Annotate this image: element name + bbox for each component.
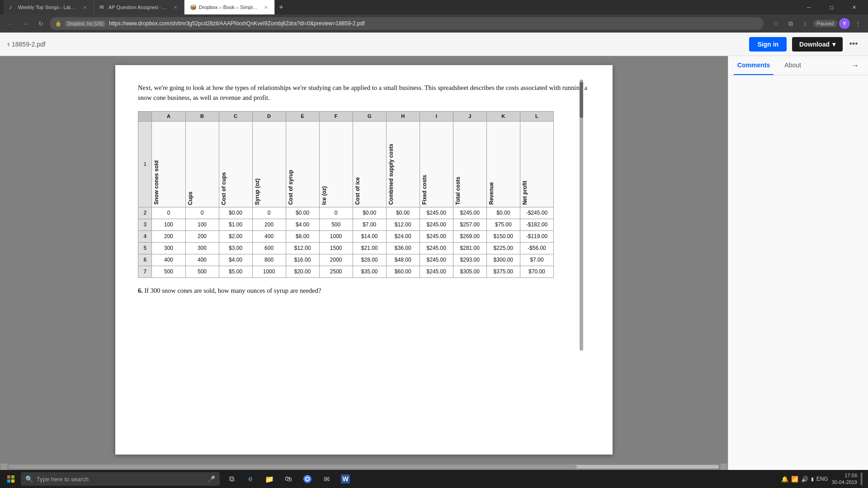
new-tab-button[interactable]: + xyxy=(275,1,288,14)
sign-in-button[interactable]: Sign in xyxy=(749,37,787,52)
tab-comments[interactable]: Comments xyxy=(734,56,774,75)
sync-icon[interactable]: ↕ xyxy=(799,17,811,30)
col-header-b: B xyxy=(185,111,219,121)
task-view-button[interactable]: ⧉ xyxy=(222,470,241,488)
col-header-f: F xyxy=(319,111,353,121)
microphone-icon[interactable]: 🎤 xyxy=(208,475,215,483)
profile-avatar[interactable]: Y xyxy=(839,18,850,29)
cell-4-e: $8.00 xyxy=(286,230,319,242)
reload-button[interactable]: ↻ xyxy=(34,17,47,30)
cell-2-e: $0.00 xyxy=(286,207,319,219)
vertical-scrollbar[interactable] xyxy=(580,80,583,351)
taskbar-search-box[interactable]: 🔍 Type here to search 🎤 xyxy=(21,472,220,486)
tab-label-1: Weekly Top Songs - Latest Hindi xyxy=(18,5,77,10)
sidebar-exit-button[interactable]: → xyxy=(847,56,863,75)
volume-icon[interactable]: 🔊 xyxy=(801,476,808,483)
header-syrup: Syrup (oz) xyxy=(252,121,286,207)
minimize-button[interactable]: ─ xyxy=(798,0,819,14)
title-bar: ♪ Weekly Top Songs - Latest Hindi ✕ ✉ AP… xyxy=(0,0,868,14)
col-header-c: C xyxy=(219,111,252,121)
pdf-scroll-area[interactable]: Next, we're going to look at how the typ… xyxy=(0,56,728,464)
cell-7-j: $305.00 xyxy=(453,266,486,277)
chrome-icon xyxy=(303,475,311,483)
edge-browser-button[interactable]: e xyxy=(241,470,259,488)
scrollbar-thumb[interactable] xyxy=(580,82,583,118)
paused-badge[interactable]: Paused xyxy=(813,20,837,27)
restore-button[interactable]: ◻ xyxy=(821,0,842,14)
header-cups: Cups xyxy=(185,121,219,207)
clock-display[interactable]: 17:56 30-04-2019 xyxy=(832,472,857,486)
col-header-j: J xyxy=(453,111,486,121)
bookmark-star-icon[interactable]: ☆ xyxy=(770,17,783,30)
cell-4-k: $150.00 xyxy=(486,230,520,242)
store-button[interactable]: 🛍 xyxy=(279,470,297,488)
table-row: 2 0 0 $0.00 0 $0.00 0 $0.00 $0.00 $245.0… xyxy=(138,207,554,219)
settings-icon[interactable]: ⋮ xyxy=(852,17,864,30)
cell-5-h: $36.00 xyxy=(386,242,420,254)
chrome-button[interactable] xyxy=(298,470,316,488)
system-tray: 🔔 📶 🔊 ▮ ENG 17:56 30-04-2019 xyxy=(781,472,866,486)
scroll-left-btn[interactable] xyxy=(1,464,7,470)
back-link[interactable]: ‹ 18859-2.pdf xyxy=(7,39,46,49)
cell-7-d: 1000 xyxy=(252,266,286,277)
cell-5-f: 1500 xyxy=(319,242,353,254)
scroll-right-btn[interactable] xyxy=(721,464,727,470)
table-row: 4 200 200 $2.00 400 $8.00 1000 $14.00 $2… xyxy=(138,230,554,242)
cell-7-g: $35.00 xyxy=(353,266,386,277)
file-explorer-button[interactable]: 📁 xyxy=(260,470,278,488)
col-header-d: D xyxy=(252,111,286,121)
h-scroll-thumb[interactable] xyxy=(9,465,577,469)
word-app-button[interactable]: W xyxy=(336,470,354,488)
cell-5-k: $225.00 xyxy=(486,242,520,254)
row-num-7: 7 xyxy=(138,266,152,277)
email-button[interactable]: ✉ xyxy=(317,470,335,488)
profile-initial: Y xyxy=(843,21,846,26)
col-header-i: I xyxy=(420,111,453,121)
question-number: 6. xyxy=(138,287,145,294)
back-button[interactable]: ← xyxy=(4,17,16,30)
cell-2-f: 0 xyxy=(319,207,353,219)
show-desktop-button[interactable] xyxy=(861,473,863,485)
search-icon: 🔍 xyxy=(25,475,33,483)
tab-dropbox[interactable]: 📦 Dropbox – Book – Simplify your... ✕ xyxy=(184,0,275,14)
header-cost-syrup: Cost of syrup xyxy=(286,121,319,207)
paused-label: Paused xyxy=(817,21,834,26)
svg-rect-3 xyxy=(11,479,14,483)
company-badge: Dropbox, Inc [US] xyxy=(65,21,105,27)
tab-close-3[interactable]: ✕ xyxy=(263,4,269,10)
language-badge[interactable]: ENG xyxy=(816,476,828,482)
cell-5-c: $3.00 xyxy=(219,242,252,254)
battery-icon[interactable]: ▮ xyxy=(811,476,814,482)
more-options-button[interactable]: ••• xyxy=(846,37,861,52)
download-button[interactable]: Download ▾ xyxy=(792,37,843,52)
cell-5-l: -$56.00 xyxy=(520,242,553,254)
col-header-a: A xyxy=(152,111,185,121)
horizontal-scrollbar[interactable] xyxy=(0,464,728,470)
date-text: 30-04-2019 xyxy=(832,479,857,486)
extensions-icon[interactable]: ⧉ xyxy=(784,17,797,30)
start-button[interactable] xyxy=(2,470,20,488)
cell-5-a: 300 xyxy=(152,242,185,254)
lock-icon: 🔒 xyxy=(55,21,61,27)
notification-icon[interactable]: 🔔 xyxy=(781,476,788,483)
cell-3-g: $7.00 xyxy=(353,219,386,230)
tab-weekly-songs[interactable]: ♪ Weekly Top Songs - Latest Hindi ✕ xyxy=(4,0,94,14)
tab-close-1[interactable]: ✕ xyxy=(82,4,88,10)
store-icon: 🛍 xyxy=(285,475,292,483)
close-button[interactable]: ✕ xyxy=(844,0,864,14)
tab-favicon-2: ✉ xyxy=(99,4,106,10)
address-bar[interactable]: 🔒 Dropbox, Inc [US] https://www.dropbox.… xyxy=(50,17,764,30)
tab-about[interactable]: About xyxy=(781,56,805,75)
cell-3-e: $4.00 xyxy=(286,219,319,230)
tab-ap-question[interactable]: ✉ AP Question Assigned - sushant... ✕ xyxy=(94,0,184,14)
col-header-k: K xyxy=(486,111,520,121)
cell-3-f: 500 xyxy=(319,219,353,230)
network-icon[interactable]: 📶 xyxy=(791,476,798,483)
cell-7-e: $20.00 xyxy=(286,266,319,277)
row-num-2: 2 xyxy=(138,207,152,219)
cell-2-c: $0.00 xyxy=(219,207,252,219)
forward-button[interactable]: → xyxy=(19,17,32,30)
header-cost-cups: Cost of cups xyxy=(219,121,252,207)
tab-close-2[interactable]: ✕ xyxy=(172,4,179,10)
header-ice: Ice (oz) xyxy=(319,121,353,207)
